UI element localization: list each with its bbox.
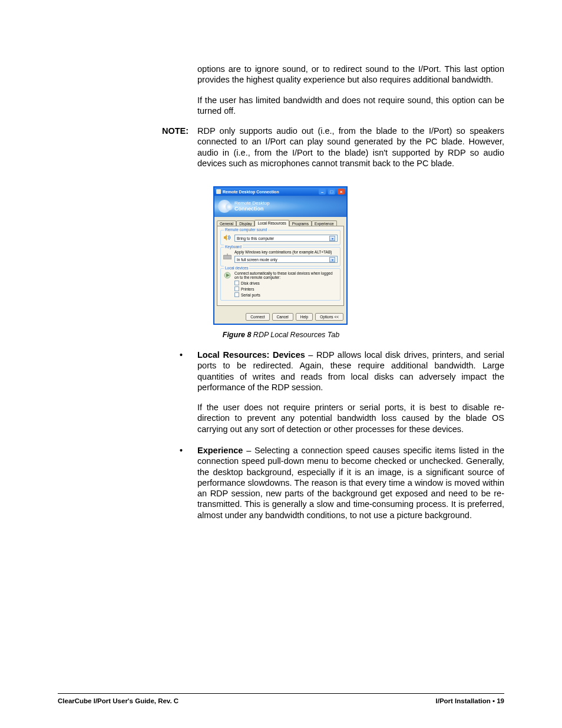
app-icon	[216, 189, 221, 194]
footer-section: I/Port Installation •	[436, 697, 497, 704]
bullet-marker: •	[180, 445, 197, 456]
bullet-local-resources-devices: • Local Resources: Devices – RDP allows …	[180, 350, 504, 393]
para-sound-options: options are to ignore sound, or to redir…	[197, 64, 504, 85]
help-button[interactable]: Help	[296, 313, 313, 321]
close-button[interactable]: ×	[338, 189, 345, 195]
figure-rdp-local-resources: Remote Desktop Connection – □ × Remote D…	[213, 186, 349, 339]
checkbox-serial-ports[interactable]: Serial ports	[234, 292, 338, 297]
rdp-pane: Remote computer sound Bring to this comp…	[217, 226, 344, 306]
tab-local-resources[interactable]: Local Resources	[254, 220, 289, 226]
sound-value: Bring to this computer	[237, 236, 274, 241]
fieldset-keyboard: Keyboard Apply Windows key combinations …	[220, 247, 340, 266]
footer-left: ClearCube I/Port User's Guide, Rev. C	[58, 697, 178, 704]
note-block: NOTE: RDP only supports audio out (i.e.,…	[162, 126, 504, 169]
checkbox-box[interactable]	[234, 281, 239, 285]
note-label: NOTE:	[162, 126, 197, 136]
checkbox-label: Printers	[241, 287, 254, 291]
sound-dropdown[interactable]: Bring to this computer ▾	[234, 235, 338, 242]
checkbox-printers[interactable]: Printers	[234, 286, 338, 291]
bullet-lead: Experience	[197, 446, 243, 455]
devices-desc: Connect automatically to these local dev…	[234, 271, 338, 279]
rdp-banner-icon	[218, 200, 231, 213]
bullet-body: Local Resources: Devices – RDP allows lo…	[197, 350, 504, 393]
bullet-body: Experience – Selecting a connection spee…	[197, 445, 504, 521]
speaker-icon	[223, 233, 232, 242]
footer-page-number: 19	[497, 697, 504, 704]
keyboard-value: In full screen mode only	[237, 258, 277, 262]
chevron-down-icon[interactable]: ▾	[329, 236, 335, 241]
figure-caption: Figure 8 RDP Local Resources Tab	[213, 331, 349, 339]
connect-button[interactable]: Connect	[246, 313, 269, 321]
rdp-tabstrip: General Display Local Resources Programs…	[214, 217, 346, 226]
legend-devices: Local devices	[224, 266, 249, 270]
bullet-devices-sub: If the user does not require printers or…	[197, 402, 504, 434]
checkbox-box[interactable]	[234, 292, 239, 297]
keyboard-desc: Apply Windows key combinations (for exam…	[234, 250, 338, 254]
rdp-banner-text: Remote Desktop Connection	[234, 201, 270, 212]
footer-right: I/Port Installation • 19	[436, 697, 505, 704]
figure-title: RDP Local Resources Tab	[251, 331, 339, 339]
chevron-down-icon[interactable]: ▾	[329, 257, 335, 262]
keyboard-icon	[223, 252, 232, 261]
rdp-window: Remote Desktop Connection – □ × Remote D…	[213, 186, 348, 325]
checkbox-disk-drives[interactable]: Disk drives	[234, 281, 338, 285]
bullet-rest: – Selecting a connection speed causes sp…	[197, 446, 504, 520]
figure-number: Figure 8	[223, 331, 252, 339]
bullet-experience: • Experience – Selecting a connection sp…	[180, 445, 504, 521]
note-body: RDP only supports audio out (i.e., from …	[197, 126, 504, 169]
page-footer: ClearCube I/Port User's Guide, Rev. C I/…	[58, 693, 504, 704]
checkbox-box[interactable]	[234, 286, 239, 291]
options-button[interactable]: Options <<	[315, 313, 343, 321]
keyboard-dropdown[interactable]: In full screen mode only ▾	[234, 256, 338, 263]
fieldset-local-devices: Local devices Connect automatically to t…	[220, 268, 340, 301]
svg-rect-0	[223, 255, 232, 259]
bullet-lead: Local Resources: Devices	[197, 350, 305, 360]
para-sound-off: If the user has limited bandwidth and do…	[197, 95, 504, 117]
bullet-marker: •	[180, 350, 197, 360]
rdp-banner: Remote Desktop Connection	[214, 196, 346, 217]
legend-sound: Remote computer sound	[224, 228, 268, 232]
fieldset-sound: Remote computer sound Bring to this comp…	[220, 230, 340, 245]
checkbox-label: Serial ports	[241, 293, 260, 297]
rdp-titlebar: Remote Desktop Connection – □ ×	[214, 187, 346, 196]
maximize-button[interactable]: □	[328, 189, 335, 195]
cancel-button[interactable]: Cancel	[272, 313, 293, 321]
banner-line2: Connection	[234, 206, 270, 212]
checkbox-label: Disk drives	[241, 281, 260, 285]
rdp-button-row: Connect Cancel Help Options <<	[214, 310, 346, 324]
legend-keyboard: Keyboard	[224, 245, 243, 249]
minimize-button[interactable]: –	[319, 189, 326, 195]
window-title: Remote Desktop Connection	[223, 190, 316, 194]
device-icon	[223, 271, 232, 279]
